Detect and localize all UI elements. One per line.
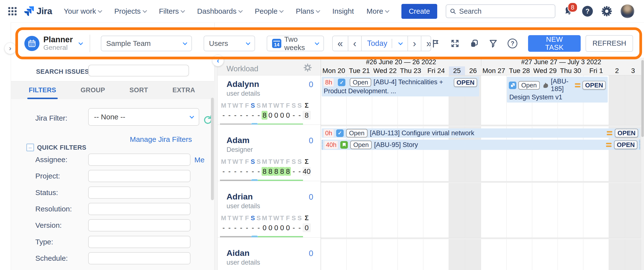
weekday-column (481, 75, 507, 270)
team-select[interactable]: Sample Team (101, 36, 192, 51)
jump-forward-button[interactable]: » (421, 36, 431, 51)
user-details-link[interactable]: user details (226, 202, 320, 210)
workload-day-value: - (297, 167, 302, 176)
day-letter: T (226, 158, 232, 166)
task-bar-abu-95[interactable]: 40h Open [ABU-95] Story OPEN (322, 140, 640, 150)
flag-icon[interactable] (431, 39, 440, 48)
settings-gear-icon[interactable] (601, 6, 612, 17)
filter-funnel-icon[interactable] (488, 39, 498, 48)
nav-item-more[interactable]: More (366, 7, 389, 15)
fullscreen-icon[interactable] (450, 39, 460, 48)
status-badge: OPEN (454, 78, 477, 87)
user-name[interactable]: Aidan (226, 248, 250, 258)
user-hours-badge[interactable]: 0 (309, 80, 313, 89)
filter-field-input[interactable] (88, 170, 190, 182)
row-separator (321, 125, 641, 126)
timeline-body: OPEN 8h ✓ Open[ABU-4] Technicalities + P… (321, 75, 641, 270)
day-letter: M (221, 102, 226, 109)
estimate-badge: 40h (324, 141, 338, 149)
jira-filter-select[interactable]: -- None -- (88, 108, 199, 126)
chevron-down-icon (280, 8, 284, 13)
scope-select[interactable]: Users (204, 36, 255, 51)
filter-field-input[interactable] (88, 252, 190, 264)
today-button[interactable]: Today (361, 36, 408, 51)
chevron-down-icon (190, 114, 194, 118)
task-bar-abu-113[interactable]: 0h ✓ Open [ABU-113] Configure virtual ne… (322, 128, 640, 138)
filter-field-input[interactable] (88, 203, 190, 215)
day-letter: W (232, 102, 238, 109)
user-name[interactable]: Adalynn (226, 79, 259, 89)
new-task-button[interactable]: NEW TASK (528, 35, 581, 52)
user-hours-badge[interactable]: 0 (309, 249, 313, 258)
nav-item-insight[interactable]: Insight (332, 7, 354, 15)
copy-icon[interactable] (470, 39, 479, 48)
next-button[interactable]: › (408, 36, 421, 51)
nav-item-dashboards[interactable]: Dashboards (197, 7, 242, 15)
workload-day-value: - (250, 223, 256, 232)
expand-panel-button[interactable]: › (4, 43, 16, 54)
nav-item-filters[interactable]: Filters (159, 7, 185, 15)
workload-day-letters: MTWTFSSMTWTFSSΣ (221, 214, 320, 222)
collapse-panel-button[interactable]: ‹ (212, 55, 224, 66)
filter-field-assignee: Assignee: (11, 154, 214, 166)
user-hours-badge[interactable]: 0 (309, 192, 313, 202)
user-details-link[interactable]: Designer (226, 146, 320, 154)
sidebar-scrollbar-thumb[interactable] (211, 98, 214, 200)
nav-item-people[interactable]: People (255, 7, 283, 15)
user-hours-badge[interactable]: 0 (309, 136, 313, 145)
help-circle-icon[interactable]: ? (508, 39, 517, 48)
sum-letter: Σ (302, 214, 311, 222)
nav-item-plans[interactable]: Plans (296, 7, 320, 15)
notifications-button[interactable]: 8 (564, 6, 574, 17)
workload-progress-bar (220, 179, 320, 181)
filter-field-input[interactable] (88, 187, 190, 199)
panel-gap (214, 58, 218, 270)
refresh-button[interactable]: REFRESH (586, 35, 633, 52)
planner-subtitle: General (43, 44, 73, 51)
collapse-minus-icon[interactable]: – (26, 144, 34, 151)
nav-item-your-work[interactable]: Your work (64, 7, 102, 15)
filter-field-input[interactable] (88, 236, 190, 248)
workload-day-value: 0 (285, 111, 291, 120)
filter-field-input[interactable] (88, 154, 190, 166)
day-letter: M (262, 102, 268, 109)
planner-switcher[interactable]: Planner General (24, 35, 82, 51)
user-name[interactable]: Adam (226, 136, 250, 145)
search-input[interactable] (459, 7, 552, 16)
create-button[interactable]: Create (402, 4, 437, 19)
day-letter: T (268, 214, 273, 222)
nav-item-projects[interactable]: Projects (114, 7, 146, 15)
weekday-column (423, 75, 449, 270)
day-letter: S (291, 158, 297, 166)
chevron-down-icon (238, 8, 242, 13)
jump-back-button[interactable]: « (333, 36, 348, 51)
prev-button[interactable]: ‹ (348, 36, 361, 51)
manage-jira-filters-link[interactable]: Manage Jira Filters (130, 135, 192, 144)
day-header-wed-29: Wed 29 (532, 66, 558, 75)
search-issues-input[interactable] (88, 65, 189, 76)
tab-sort[interactable]: SORT (130, 81, 148, 99)
tab-extra[interactable]: EXTRA (172, 81, 195, 99)
global-search-box[interactable] (446, 5, 555, 18)
app-switcher-icon[interactable] (8, 7, 16, 15)
tab-filters[interactable]: FILTERS (29, 81, 56, 99)
weekend-column (609, 75, 625, 270)
date-navigation-group: « ‹ Today › » (332, 36, 431, 51)
day-letter: T (238, 214, 244, 222)
user-details-link[interactable]: user details (226, 259, 320, 266)
me-link[interactable]: Me (194, 156, 204, 164)
jira-logo[interactable]: Jira (24, 6, 52, 17)
user-avatar[interactable] (620, 5, 634, 18)
day-letter: F (244, 102, 250, 109)
filter-field-input[interactable] (88, 219, 190, 231)
task-card-abu-4[interactable]: OPEN 8h ✓ Open[ABU-4] Technicalities + P… (322, 77, 479, 96)
user-details-link[interactable]: user details (226, 90, 320, 97)
workload-title: Workload (226, 64, 258, 73)
user-name[interactable]: Adrian (226, 192, 253, 201)
workload-settings-gear-icon[interactable] (303, 63, 312, 73)
period-select[interactable]: 14 Two weeks (267, 36, 324, 51)
task-card-abu-185[interactable]: Open [ABU-185] OPEN Design System v1 (507, 77, 608, 102)
page-scrollbar-thumb[interactable] (641, 60, 644, 137)
tab-group[interactable]: GROUP (80, 81, 105, 99)
help-button[interactable]: ? (582, 6, 593, 17)
